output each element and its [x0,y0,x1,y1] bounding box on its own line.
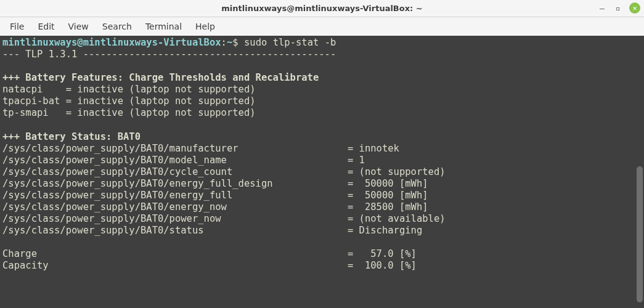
maximize-icon[interactable]: ▫ [613,3,623,13]
line-tpacpi: tpacpi-bat = inactive (laptop not suppor… [2,95,256,107]
tlp-header: --- TLP 1.3.1 --------------------------… [2,49,336,60]
prompt-path: ~ [227,37,232,48]
line-manufacturer: /sys/class/power_supply/BAT0/manufacture… [2,143,399,154]
menubar: File Edit View Search Terminal Help [0,17,644,36]
line-natacpi: natacpi = inactive (laptop not supported… [2,84,256,95]
features-title: +++ Battery Features: Charge Thresholds … [2,72,319,83]
scroll-thumb[interactable] [637,166,643,302]
menu-edit[interactable]: Edit [31,19,60,34]
line-power-now: /sys/class/power_supply/BAT0/power_now =… [2,213,446,224]
window-controls: – ▫ ✕ [597,2,640,14]
minimize-icon[interactable]: – [597,3,607,13]
line-tpsmapi: tp-smapi = inactive (laptop not supporte… [2,107,256,118]
menu-help[interactable]: Help [189,19,221,34]
line-energy-full: /sys/class/power_supply/BAT0/energy_full… [2,190,428,201]
line-model-name: /sys/class/power_supply/BAT0/model_name … [2,155,365,166]
prompt-sep1: : [221,37,227,48]
window-title: mintlinuxways@mintlinuxways-VirtualBox: … [221,4,422,13]
scrollbar[interactable] [635,36,644,308]
menu-search[interactable]: Search [96,19,138,34]
line-energy-full-design: /sys/class/power_supply/BAT0/energy_full… [2,178,428,189]
titlebar: mintlinuxways@mintlinuxways-VirtualBox: … [0,0,644,17]
close-icon[interactable]: ✕ [629,2,640,14]
terminal-area[interactable]: mintlinuxways@mintlinuxways-VirtualBox:~… [0,36,644,308]
prompt-userhost: mintlinuxways@mintlinuxways-VirtualBox [2,37,221,48]
line-cycle-count: /sys/class/power_supply/BAT0/cycle_count… [2,166,446,177]
status-title: +++ Battery Status: BAT0 [2,131,141,142]
line-charge: Charge = 57.0 [%] [2,248,417,259]
line-status: /sys/class/power_supply/BAT0/status = Di… [2,225,422,236]
menu-terminal[interactable]: Terminal [139,19,188,34]
menu-view[interactable]: View [62,19,95,34]
prompt-sigil: $ [232,37,238,48]
line-capacity: Capacity = 100.0 [%] [2,260,417,271]
command-text: sudo tlp-stat -b [244,37,336,48]
line-energy-now: /sys/class/power_supply/BAT0/energy_now … [2,201,428,213]
menu-file[interactable]: File [4,19,30,34]
